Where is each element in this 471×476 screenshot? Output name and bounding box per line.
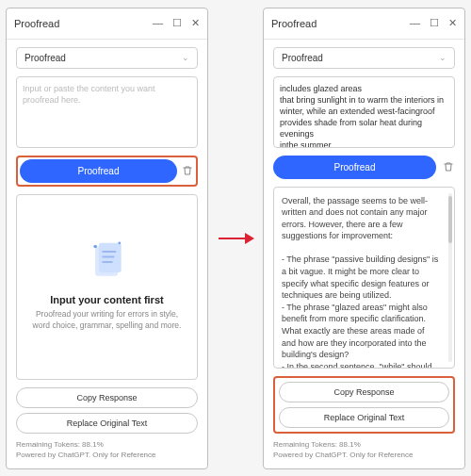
proofread-window-empty: Proofread — ☐ ✕ Proofread ⌄ Input or pas… [6, 8, 208, 469]
svg-point-5 [93, 245, 97, 249]
replace-original-button[interactable]: Replace Original Text [16, 413, 198, 434]
maximize-icon[interactable]: ☐ [430, 18, 439, 28]
result-buttons: Copy Response Replace Original Text [16, 387, 198, 434]
chevron-down-icon: ⌄ [439, 53, 447, 62]
footer: Remaining Tokens: 88.1% Powered by ChatG… [16, 439, 198, 460]
input-textarea[interactable]: includes glazed areas that bring sunligh… [273, 76, 455, 148]
svg-marker-8 [245, 233, 254, 244]
document-icon [89, 241, 125, 283]
window-title: Proofread [14, 18, 59, 29]
scrollbar[interactable] [448, 193, 452, 363]
minimize-icon[interactable]: — [153, 18, 163, 28]
proofread-row-highlight: Proofread [16, 156, 198, 187]
chevron-down-icon: ⌄ [182, 53, 189, 62]
proofread-window-result: Proofread — ☐ ✕ Proofread ⌄ includes gla… [263, 8, 465, 469]
trash-icon[interactable] [442, 160, 455, 173]
replace-original-button[interactable]: Replace Original Text [279, 407, 449, 428]
trash-icon[interactable] [181, 164, 194, 177]
proofread-button[interactable]: Proofread [273, 156, 436, 179]
powered-by: Powered by ChatGPT. Only for Reference [16, 450, 198, 460]
titlebar: Proofread — ☐ ✕ [264, 8, 464, 40]
svg-point-6 [118, 242, 121, 245]
mode-select-label: Proofread [24, 53, 66, 63]
mode-select[interactable]: Proofread ⌄ [273, 47, 455, 69]
mode-select[interactable]: Proofread ⌄ [16, 47, 198, 69]
window-controls: — ☐ ✕ [410, 18, 457, 28]
arrow-icon [217, 229, 254, 248]
titlebar: Proofread — ☐ ✕ [7, 8, 207, 40]
svg-rect-1 [98, 243, 121, 272]
close-icon[interactable]: ✕ [448, 18, 457, 28]
empty-output: Input your content first Proofread your … [16, 194, 198, 381]
maximize-icon[interactable]: ☐ [172, 18, 182, 28]
tokens-remaining: Remaining Tokens: 88.1% [273, 439, 455, 450]
tokens-remaining: Remaining Tokens: 88.1% [16, 439, 198, 450]
window-controls: — ☐ ✕ [153, 18, 200, 28]
result-buttons-highlight: Copy Response Replace Original Text [273, 376, 455, 434]
empty-title: Input your content first [50, 294, 163, 305]
empty-subtitle: Proofread your writing for errors in sty… [28, 309, 186, 332]
copy-response-button[interactable]: Copy Response [16, 387, 198, 408]
minimize-icon[interactable]: — [410, 18, 420, 28]
input-textarea[interactable]: Input or paste the content you want proo… [16, 76, 198, 148]
powered-by: Powered by ChatGPT. Only for Reference [273, 450, 455, 460]
proofread-button[interactable]: Proofread [20, 159, 177, 183]
mode-select-label: Proofread [282, 53, 323, 63]
footer: Remaining Tokens: 88.1% Powered by ChatG… [273, 439, 455, 460]
result-output[interactable]: Overall, the passage seems to be well-wr… [273, 187, 455, 369]
close-icon[interactable]: ✕ [191, 18, 200, 28]
result-text: Overall, the passage seems to be well-wr… [282, 195, 447, 369]
proofread-row: Proofread [273, 156, 455, 179]
copy-response-button[interactable]: Copy Response [279, 382, 449, 402]
window-title: Proofread [271, 18, 317, 29]
